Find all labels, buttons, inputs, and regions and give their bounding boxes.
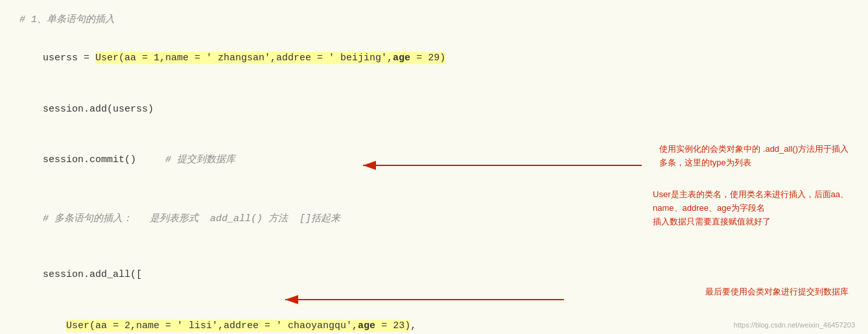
comment-multi: # 多条语句的插入： 是列表形式 add_all() 方法 []括起来 — [43, 213, 340, 224]
code-indent1 — [43, 320, 66, 331]
comment-commit1: # 提交到数据库 — [165, 154, 235, 165]
highlight-user1: User(aa = 2,name = ' lisi',addree = ' ch… — [66, 320, 410, 332]
code-line-userss: userss = User(aa = 1,name = ' zhangsan',… — [19, 34, 849, 84]
code-area: # 1、单条语句的插入 userss = User(aa = 1,name = … — [0, 0, 868, 334]
annotation-addall-text: 使用实例化的会类对象中的 .add_all()方法用于插入多条，这里的type为… — [659, 144, 849, 167]
code-text: userss = — [43, 53, 95, 64]
code-line-add: session.add(userss) — [19, 84, 849, 134]
comma1: , — [410, 320, 416, 331]
annotation-user: User是主表的类名，使用类名来进行插入，后面aa、name、addree、ag… — [653, 188, 849, 228]
annotation-addall: 使用实例化的会类对象中的 .add_all()方法用于插入多条，这里的type为… — [659, 143, 849, 170]
code-line-user1: User(aa = 2,name = ' lisi',addree = ' ch… — [19, 301, 849, 334]
annotation-commit: 最后要使用会类对象进行提交到数据库 — [705, 285, 849, 299]
code-text-commit1: session.commit() — [43, 154, 165, 165]
comment-line-1: # 1、单条语句的插入 — [19, 12, 849, 29]
annotation-user-text: User是主表的类名，使用类名来进行插入，后面aa、name、addree、ag… — [653, 189, 849, 226]
highlight-userss: User(aa = 1,name = ' zhangsan',addree = … — [95, 52, 445, 64]
url-watermark: https://blog.csdn.net/weixin_46457203 — [734, 321, 855, 329]
code-addall-text: session.add_all([ — [43, 269, 142, 280]
annotation-commit-text: 最后要使用会类对象进行提交到数据库 — [705, 287, 849, 296]
code-text-add: session.add(userss) — [43, 104, 154, 115]
